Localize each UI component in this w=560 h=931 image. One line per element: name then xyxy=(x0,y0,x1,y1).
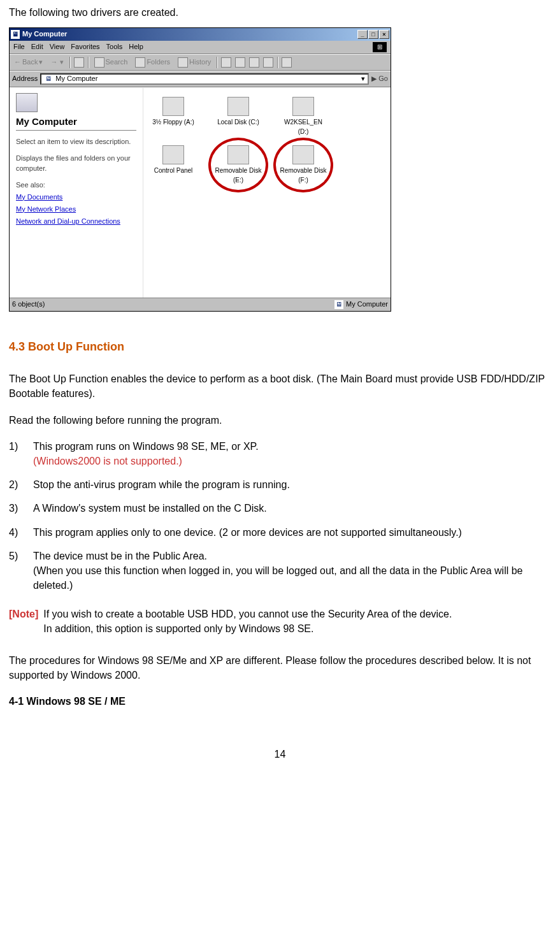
note-line: If you wish to create a bootable USB HDD… xyxy=(43,609,452,619)
list-text: This program applies only to one device.… xyxy=(33,525,462,540)
folders-button[interactable]: Folders xyxy=(133,57,172,68)
address-value: My Computer xyxy=(55,74,97,84)
maximize-button[interactable]: □ xyxy=(368,30,378,39)
menu-help[interactable]: Help xyxy=(129,42,143,52)
status-location: My Computer xyxy=(346,300,388,310)
paragraph: The Boot Up Function enables the device … xyxy=(9,372,551,401)
leftpane-title: My Computer xyxy=(16,115,136,131)
status-bar: 6 object(s) 🖥 My Computer xyxy=(10,298,391,311)
close-button[interactable]: × xyxy=(379,30,389,39)
intro-text: The following two drivers are created. xyxy=(9,5,551,20)
views-icon[interactable] xyxy=(282,57,292,68)
page-number: 14 xyxy=(9,747,551,761)
list-text: This program runs on Windows 98 SE, ME, … xyxy=(33,441,259,452)
leftpane-desc1: Select an item to view its description. xyxy=(16,137,136,147)
left-info-pane: My Computer Select an item to view its d… xyxy=(10,88,143,298)
paragraph: The procedures for Windows 98 SE/Me and … xyxy=(9,653,551,682)
list-item: 4) This program applies only to one devi… xyxy=(9,525,551,540)
removable-disk-icon xyxy=(227,145,249,164)
go-button[interactable]: ▶ Go xyxy=(371,74,388,84)
status-object-count: 6 object(s) xyxy=(12,300,45,310)
up-icon[interactable] xyxy=(74,57,84,68)
computer-small-icon: 🖥 xyxy=(44,75,53,83)
floppy-icon xyxy=(162,97,184,116)
icon-label: Local Disk (C:) xyxy=(213,118,263,127)
windows-logo-icon: ⊞ xyxy=(373,42,387,52)
delete-icon[interactable] xyxy=(249,57,259,68)
paragraph: Read the following before running the pr… xyxy=(9,413,551,428)
see-also-label: See also: xyxy=(16,180,136,191)
folders-icon xyxy=(135,57,145,68)
link-my-documents[interactable]: My Documents xyxy=(16,192,136,203)
moveto-icon[interactable] xyxy=(221,57,231,68)
control-panel-icon xyxy=(162,145,184,164)
history-icon xyxy=(178,57,188,68)
link-my-network-places[interactable]: My Network Places xyxy=(16,205,136,215)
menu-favorites[interactable]: Favorites xyxy=(71,42,99,52)
menu-bar: File Edit View Favorites Tools Help ⊞ xyxy=(10,41,391,54)
menu-tools[interactable]: Tools xyxy=(106,42,123,52)
menu-edit[interactable]: Edit xyxy=(31,42,43,52)
list-text: The device must be in the Public Area. xyxy=(33,551,207,561)
icon-label: W2KSEL_EN (D:) xyxy=(278,118,328,136)
removable-disk-icon xyxy=(292,145,314,164)
link-network-dialup[interactable]: Network and Dial-up Connections xyxy=(16,217,136,227)
minimize-button[interactable]: _ xyxy=(357,30,368,39)
copyto-icon[interactable] xyxy=(235,57,245,68)
list-item: 1) This program runs on Windows 98 SE, M… xyxy=(9,439,551,468)
menu-file[interactable]: File xyxy=(13,42,25,52)
undo-icon[interactable] xyxy=(263,57,273,68)
icon-label: Removable Disk (E:) xyxy=(213,166,263,185)
my-computer-window: 🖥 My Computer _ □ × File Edit View Favor… xyxy=(9,27,391,312)
list-number: 4) xyxy=(9,525,22,540)
list-note-red: (Windows2000 is not supported.) xyxy=(33,456,182,466)
search-button[interactable]: Search xyxy=(92,57,130,68)
numbered-list: 1) This program runs on Windows 98 SE, M… xyxy=(9,439,551,593)
list-number: 5) xyxy=(9,549,22,593)
drive-floppy-a[interactable]: 3½ Floppy (A:) xyxy=(148,97,198,136)
list-number: 3) xyxy=(9,501,22,516)
icon-label: Control Panel xyxy=(148,166,198,176)
drive-cd-d[interactable]: W2KSEL_EN (D:) xyxy=(278,97,328,136)
list-number: 1) xyxy=(9,439,22,468)
icon-label: 3½ Floppy (A:) xyxy=(148,118,198,127)
cd-icon xyxy=(292,97,314,116)
address-label: Address xyxy=(12,74,38,84)
window-title: My Computer xyxy=(22,29,67,40)
menu-view[interactable]: View xyxy=(50,42,65,52)
hdd-icon xyxy=(227,97,249,116)
list-number: 2) xyxy=(9,477,22,492)
control-panel[interactable]: Control Panel xyxy=(148,145,198,185)
list-item: 3) A Window's system must be installed o… xyxy=(9,501,551,516)
my-computer-large-icon xyxy=(16,93,38,112)
note-line: In addition, this option is supported on… xyxy=(43,623,313,634)
search-icon xyxy=(94,57,104,68)
drive-local-c[interactable]: Local Disk (C:) xyxy=(213,97,263,136)
computer-icon: 🖥 xyxy=(11,30,20,39)
drive-removable-f[interactable]: Removable Disk (F:) xyxy=(278,145,328,185)
drive-removable-e[interactable]: Removable Disk (E:) xyxy=(213,145,263,185)
back-button[interactable]: ← Back ▾ xyxy=(12,57,45,68)
subheading-4-1: 4-1 Windows 98 SE / ME xyxy=(9,694,551,709)
list-text: Stop the anti-virus program while the pr… xyxy=(33,477,290,492)
list-extra: (When you use this function when logged … xyxy=(33,565,522,591)
leftpane-desc2: Displays the files and folders on your c… xyxy=(16,154,136,174)
section-heading-4-3: 4.3 Boot Up Function xyxy=(9,338,551,355)
address-bar: Address 🖥 My Computer ▾ ▶ Go xyxy=(10,71,391,87)
toolbar: ← Back ▾ → ▾ Search Folders History xyxy=(10,54,391,71)
note-label: [Note] xyxy=(9,607,38,636)
forward-button[interactable]: → ▾ xyxy=(48,57,65,68)
computer-tiny-icon: 🖥 xyxy=(334,300,343,309)
note-block: [Note] If you wish to create a bootable … xyxy=(9,607,551,636)
list-item: 5) The device must be in the Public Area… xyxy=(9,549,551,593)
icon-area: 3½ Floppy (A:) Local Disk (C:) W2KSEL_EN… xyxy=(143,88,391,298)
address-field[interactable]: 🖥 My Computer ▾ xyxy=(40,73,369,85)
window-titlebar: 🖥 My Computer _ □ × xyxy=(10,28,391,41)
icon-label: Removable Disk (F:) xyxy=(278,166,328,185)
list-text: A Window's system must be installed on t… xyxy=(33,501,267,516)
list-item: 2) Stop the anti-virus program while the… xyxy=(9,477,551,492)
history-button[interactable]: History xyxy=(176,57,213,68)
